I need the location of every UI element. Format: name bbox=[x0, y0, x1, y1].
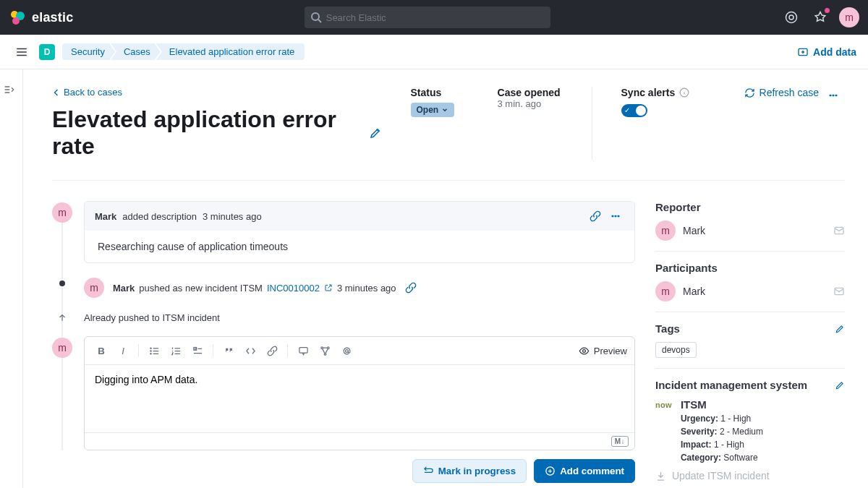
comment-textarea[interactable] bbox=[85, 365, 634, 430]
mail-icon[interactable] bbox=[833, 225, 845, 236]
update-incident-button[interactable]: Update ITSM incident bbox=[655, 470, 770, 481]
refresh-case-label: Refresh case bbox=[760, 87, 819, 98]
svg-rect-12 bbox=[615, 215, 617, 218]
help-icon[interactable] bbox=[781, 7, 801, 27]
status-label: Status bbox=[411, 87, 469, 98]
checklist-icon[interactable] bbox=[188, 341, 207, 360]
svg-point-14 bbox=[150, 348, 150, 348]
participant-name: Mark bbox=[683, 286, 705, 297]
svg-point-3 bbox=[312, 13, 319, 20]
ims-heading: Incident management system bbox=[655, 379, 807, 391]
back-to-cases-link[interactable]: Back to cases bbox=[52, 87, 122, 98]
svg-rect-10 bbox=[835, 95, 838, 97]
user-avatar[interactable]: m bbox=[839, 7, 859, 27]
mark-in-progress-button[interactable]: Mark in progress bbox=[412, 459, 527, 483]
bold-icon[interactable]: B bbox=[92, 341, 111, 360]
urgency-value: 1 - High bbox=[720, 414, 751, 424]
info-icon[interactable] bbox=[679, 87, 689, 98]
impact-key: Impact: bbox=[681, 440, 712, 450]
svg-rect-18 bbox=[299, 347, 307, 353]
svg-point-20 bbox=[327, 346, 329, 348]
ol-icon[interactable] bbox=[166, 341, 185, 360]
svg-rect-13 bbox=[618, 215, 620, 218]
newsfeed-icon[interactable] bbox=[810, 7, 830, 27]
code-icon[interactable] bbox=[241, 341, 260, 360]
page-title: Elevated application error rate bbox=[52, 106, 382, 160]
connector-name: ITSM bbox=[681, 398, 763, 411]
severity-key: Severity: bbox=[681, 427, 718, 437]
crumb-cases[interactable]: Cases bbox=[111, 43, 161, 60]
push-copy-link-icon[interactable] bbox=[405, 281, 420, 295]
svg-point-2 bbox=[12, 17, 20, 25]
participants-heading: Participants bbox=[655, 262, 845, 274]
external-link-icon[interactable] bbox=[324, 283, 333, 292]
svg-rect-11 bbox=[612, 215, 614, 218]
link-icon[interactable] bbox=[263, 341, 281, 360]
opened-value: 3 min. ago bbox=[498, 98, 563, 109]
case-actions-menu[interactable] bbox=[827, 87, 845, 104]
quote-icon[interactable] bbox=[219, 341, 238, 360]
back-link-label: Back to cases bbox=[64, 87, 122, 98]
editor-author-avatar: m bbox=[52, 338, 72, 358]
sync-alerts-toggle[interactable]: ✓ bbox=[621, 104, 647, 117]
reporter-row: m Mark bbox=[655, 221, 845, 241]
graph-icon[interactable] bbox=[315, 341, 334, 360]
reporter-avatar: m bbox=[655, 221, 676, 241]
search-icon bbox=[310, 12, 322, 23]
brand-home[interactable]: elastic bbox=[9, 9, 73, 26]
svg-rect-8 bbox=[830, 95, 832, 97]
push-time: 3 minutes ago bbox=[337, 283, 396, 294]
brand-wordmark: elastic bbox=[32, 10, 73, 25]
status-value: Open bbox=[417, 105, 439, 115]
edit-title-icon[interactable] bbox=[369, 127, 382, 140]
status-dropdown[interactable]: Open bbox=[411, 103, 455, 117]
italic-icon[interactable]: I bbox=[114, 341, 132, 360]
severity-value: 2 - Medium bbox=[720, 427, 763, 437]
svg-point-21 bbox=[324, 353, 326, 355]
preview-label: Preview bbox=[594, 346, 627, 356]
top-nav: elastic m bbox=[0, 0, 868, 35]
svg-point-16 bbox=[150, 353, 150, 354]
space-badge[interactable]: D bbox=[39, 44, 55, 60]
edit-connector-icon[interactable] bbox=[835, 380, 845, 390]
svg-point-15 bbox=[150, 350, 150, 351]
nav-toggle-button[interactable] bbox=[12, 42, 32, 62]
tag-chip[interactable]: devops bbox=[655, 342, 697, 358]
comment-author-avatar: m bbox=[52, 202, 72, 223]
svg-rect-9 bbox=[833, 95, 835, 97]
notification-dot bbox=[825, 8, 830, 13]
crumb-case-title[interactable]: Elevated application error rate bbox=[156, 43, 305, 60]
copy-link-icon[interactable] bbox=[590, 209, 604, 223]
tooltip-icon[interactable] bbox=[294, 341, 312, 360]
sync-alerts-label: Sync alerts bbox=[621, 87, 676, 98]
comment-editor: B I bbox=[84, 336, 635, 450]
collapsed-side-rail bbox=[0, 69, 23, 488]
already-pushed-note: Already pushed to ITSM incident bbox=[84, 311, 635, 323]
impact-value: 1 - High bbox=[714, 440, 744, 450]
push-author: Mark bbox=[113, 283, 135, 294]
add-data-button[interactable]: Add data bbox=[797, 46, 856, 58]
incident-link[interactable]: INC0010002 bbox=[267, 283, 320, 294]
refresh-case-button[interactable]: Refresh case bbox=[744, 87, 819, 98]
elastic-logo-icon bbox=[9, 9, 26, 26]
preview-button[interactable]: Preview bbox=[579, 346, 627, 356]
description-comment: Mark added description 3 minutes ago Res… bbox=[84, 201, 635, 263]
breadcrumb: Security Cases Elevated application erro… bbox=[62, 43, 305, 60]
svg-point-4 bbox=[786, 12, 797, 23]
push-action: pushed as new incident ITSM bbox=[139, 283, 263, 294]
edit-tags-icon[interactable] bbox=[835, 324, 845, 334]
collapse-rail-button[interactable] bbox=[3, 81, 20, 98]
mail-icon[interactable] bbox=[833, 286, 845, 297]
mention-icon[interactable] bbox=[337, 341, 356, 360]
case-title-text: Elevated application error rate bbox=[52, 106, 360, 160]
push-arrow-icon bbox=[57, 312, 67, 322]
category-key: Category: bbox=[681, 453, 721, 463]
comment-actions-menu[interactable] bbox=[610, 209, 624, 223]
tags-heading: Tags bbox=[655, 322, 680, 335]
global-search-input[interactable] bbox=[305, 7, 550, 28]
crumb-security[interactable]: Security bbox=[62, 43, 115, 60]
ul-icon[interactable] bbox=[145, 341, 163, 360]
add-comment-button[interactable]: Add comment bbox=[534, 459, 635, 483]
comment-author: Mark bbox=[95, 211, 116, 222]
comment-action: added description bbox=[122, 211, 197, 222]
